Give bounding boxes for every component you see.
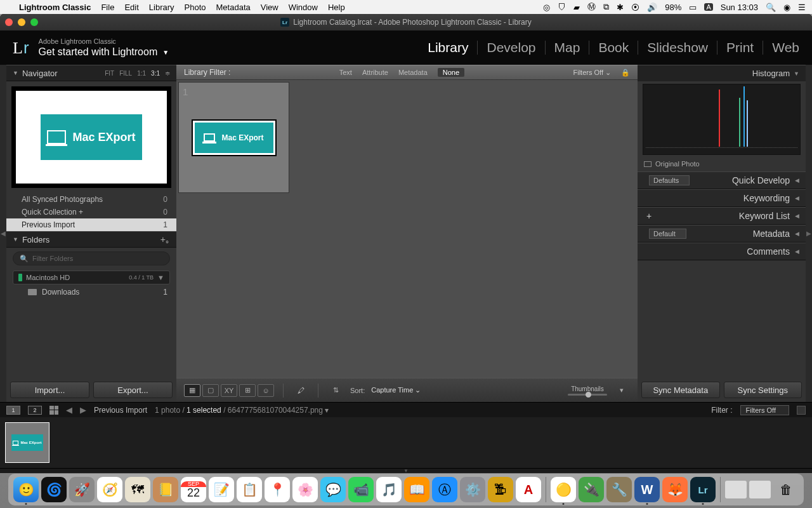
loupe-view-button[interactable]: ▢ bbox=[202, 384, 219, 397]
filmstrip-handle[interactable]: ▼ bbox=[0, 468, 812, 473]
filmstrip[interactable]: Mac EXport bbox=[0, 417, 812, 468]
m-icon[interactable]: Ⓜ bbox=[587, 1, 596, 13]
import-button[interactable]: Import... bbox=[10, 382, 89, 398]
menu-view[interactable]: View bbox=[261, 3, 278, 12]
navigator-header[interactable]: ▼Navigator FIT FILL 1:1 3:1 ≑ bbox=[6, 65, 176, 81]
zoom-fit[interactable]: FIT bbox=[105, 70, 114, 77]
display-icon[interactable]: ▰ bbox=[573, 3, 580, 12]
navigator-preview[interactable]: Mac EXport bbox=[11, 86, 171, 188]
catalog-previous-import[interactable]: Previous Import1 bbox=[6, 218, 176, 231]
filter-attribute[interactable]: Attribute bbox=[362, 69, 388, 76]
people-view-button[interactable]: ☺ bbox=[258, 384, 274, 397]
shield-icon[interactable]: ⛉ bbox=[558, 3, 566, 12]
dock-appstore[interactable]: Ⓐ bbox=[432, 477, 457, 502]
toolbar-menu[interactable]: ▾ bbox=[613, 384, 630, 397]
a-icon[interactable]: A bbox=[704, 3, 712, 11]
thumbnail-size-slider[interactable]: Thumbnails bbox=[568, 385, 607, 396]
zoom-1-1[interactable]: 1:1 bbox=[137, 70, 146, 77]
compare-view-button[interactable]: XY bbox=[221, 384, 237, 397]
dock-maps[interactable]: 🗺 bbox=[125, 477, 150, 502]
dock-facetime[interactable]: 📹 bbox=[348, 477, 374, 502]
module-library[interactable]: Library bbox=[428, 40, 468, 55]
dock-reminders[interactable]: 📋 bbox=[237, 477, 262, 502]
source-label[interactable]: Previous Import bbox=[94, 406, 147, 415]
cc-icon[interactable]: ◎ bbox=[543, 3, 550, 12]
wifi-icon[interactable]: ⦿ bbox=[631, 3, 639, 12]
module-develop[interactable]: Develop bbox=[487, 40, 535, 55]
keyword-list-header[interactable]: +Keyword List◀ bbox=[638, 207, 806, 225]
dock-safari[interactable]: 🧭 bbox=[97, 477, 122, 502]
filter-toggle[interactable] bbox=[797, 406, 806, 415]
module-map[interactable]: Map bbox=[554, 40, 580, 55]
metadata-preset-dropdown[interactable]: Default bbox=[649, 229, 686, 239]
menu-metadata[interactable]: Metadata bbox=[216, 3, 251, 12]
add-keyword-button[interactable]: + bbox=[646, 211, 652, 221]
battery-icon[interactable]: ▭ bbox=[689, 3, 697, 12]
comments-header[interactable]: Comments◀ bbox=[638, 243, 806, 260]
catalog-quick[interactable]: Quick Collection +0 bbox=[6, 206, 176, 218]
volume-icon[interactable]: 🔊 bbox=[647, 3, 657, 12]
dock-maps2[interactable]: 📍 bbox=[265, 477, 290, 502]
filmstrip-filter-dropdown[interactable]: Filters Off bbox=[740, 405, 789, 415]
sort-direction-button[interactable]: ⇅ bbox=[327, 384, 344, 397]
notifications-icon[interactable]: ☰ bbox=[798, 3, 806, 12]
dock-recent2[interactable] bbox=[749, 481, 771, 498]
second-window-button[interactable]: 2 bbox=[28, 406, 42, 415]
quick-develop-header[interactable]: DefaultsQuick Develop◀ bbox=[638, 171, 806, 189]
dock-lightroom[interactable]: Lr bbox=[690, 477, 716, 502]
dock-itunes[interactable]: 🎵 bbox=[376, 477, 402, 502]
dock-launchpad[interactable]: 🚀 bbox=[69, 477, 95, 502]
airplay-icon[interactable]: ⧉ bbox=[603, 2, 609, 12]
dock-siri[interactable]: 🌀 bbox=[41, 477, 67, 502]
folder-downloads[interactable]: Downloads1 bbox=[6, 286, 176, 298]
dock-utility[interactable]: 🔧 bbox=[606, 477, 632, 502]
filmstrip-thumb-1[interactable]: Mac EXport bbox=[5, 422, 49, 463]
module-print[interactable]: Print bbox=[726, 40, 754, 55]
module-web[interactable]: Web bbox=[772, 40, 799, 55]
dock-android[interactable]: 🔌 bbox=[579, 477, 604, 502]
zoom-menu[interactable]: ≑ bbox=[165, 70, 170, 77]
filters-preset-dropdown[interactable]: Filters Off ⌄ bbox=[573, 69, 611, 77]
histogram-header[interactable]: Histogram▼ bbox=[638, 65, 806, 81]
sort-dropdown[interactable]: Capture Time ⌄ bbox=[371, 386, 421, 394]
painter-tool[interactable]: 🖍 bbox=[292, 384, 309, 397]
dock-word[interactable]: W bbox=[634, 477, 660, 502]
histogram[interactable] bbox=[643, 84, 801, 155]
dock-trash[interactable]: 🗑 bbox=[773, 477, 799, 502]
dock-firefox[interactable]: 🦊 bbox=[662, 477, 688, 502]
spotlight-icon[interactable]: 🔍 bbox=[766, 3, 776, 12]
add-folder-button[interactable]: +｡ bbox=[160, 234, 170, 244]
metadata-header[interactable]: DefaultMetadata◀ bbox=[638, 225, 806, 243]
dock-notes[interactable]: 📝 bbox=[209, 477, 234, 502]
menu-help[interactable]: Help bbox=[328, 3, 345, 12]
export-button[interactable]: Export... bbox=[93, 382, 173, 398]
menu-file[interactable]: File bbox=[101, 3, 114, 12]
bluetooth-icon[interactable]: ✱ bbox=[617, 3, 624, 12]
sync-metadata-button[interactable]: Sync Metadata bbox=[641, 382, 720, 398]
zoom-3-1[interactable]: 3:1 bbox=[151, 70, 160, 77]
folders-header[interactable]: ▼Folders+｡ bbox=[6, 231, 176, 248]
folder-filter-input[interactable]: 🔍Filter Folders bbox=[13, 251, 170, 265]
defaults-dropdown[interactable]: Defaults bbox=[649, 175, 690, 185]
dock-recent1[interactable] bbox=[725, 481, 747, 498]
main-window-button[interactable]: 1 bbox=[6, 406, 20, 415]
menu-photo[interactable]: Photo bbox=[185, 3, 206, 12]
dock-photos[interactable]: 🌸 bbox=[292, 477, 318, 502]
filter-metadata[interactable]: Metadata bbox=[398, 69, 428, 76]
dock-finder[interactable]: 🙂 bbox=[13, 477, 39, 502]
grid-view[interactable]: 1 Mac EXport bbox=[176, 80, 638, 378]
dock-preferences[interactable]: ⚙️ bbox=[460, 477, 485, 502]
keywording-header[interactable]: Keywording◀ bbox=[638, 189, 806, 207]
filter-none[interactable]: None bbox=[438, 68, 464, 77]
dock-chrome[interactable]: 🟡 bbox=[551, 477, 576, 502]
survey-view-button[interactable]: ⊞ bbox=[239, 384, 256, 397]
filter-text[interactable]: Text bbox=[339, 69, 352, 76]
sync-settings-button[interactable]: Sync Settings bbox=[724, 382, 802, 398]
clock[interactable]: Sun 13:03 bbox=[721, 3, 758, 12]
nav-fwd[interactable]: ▶ bbox=[80, 405, 86, 415]
nav-back[interactable]: ◀ bbox=[66, 405, 72, 415]
menu-library[interactable]: Library bbox=[149, 3, 174, 12]
grid-cell-1[interactable]: 1 Mac EXport bbox=[178, 82, 289, 193]
right-collapse[interactable]: ▶ bbox=[806, 65, 812, 402]
menu-edit[interactable]: Edit bbox=[124, 3, 138, 12]
